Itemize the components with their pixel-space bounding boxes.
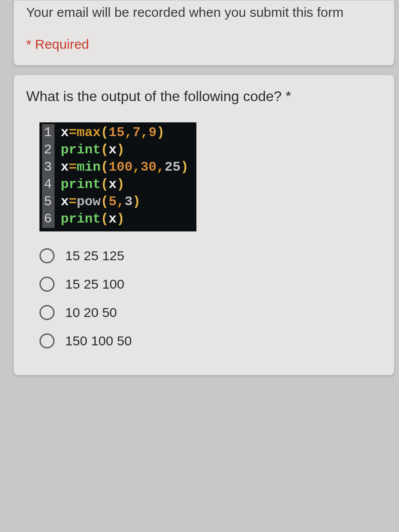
email-notice: Your email will be recorded when you sub… xyxy=(26,5,382,20)
form-header-card: Your email will be recorded when you sub… xyxy=(13,0,395,66)
option-1[interactable]: 15 25 125 xyxy=(39,248,382,263)
option-label: 150 100 50 xyxy=(65,333,132,348)
option-label: 15 25 100 xyxy=(65,277,124,292)
code-block: 1x=max(15,7,9) 2print(x) 3x=min(100,30,2… xyxy=(39,122,196,231)
question-prompt: What is the output of the following code… xyxy=(26,88,382,105)
radio-icon[interactable] xyxy=(39,305,55,320)
option-label: 10 20 50 xyxy=(65,305,117,320)
question-card: What is the output of the following code… xyxy=(13,74,395,376)
option-2[interactable]: 15 25 100 xyxy=(39,277,382,292)
radio-icon[interactable] xyxy=(39,277,55,292)
code-line: 2print(x) xyxy=(42,141,188,159)
radio-icon[interactable] xyxy=(39,248,55,263)
code-line: 3x=min(100,30,25) xyxy=(42,159,188,176)
code-line: 4print(x) xyxy=(42,176,188,193)
required-indicator: * Required xyxy=(26,37,382,52)
options-group: 15 25 125 15 25 100 10 20 50 150 100 50 xyxy=(39,248,382,348)
code-line: 1x=max(15,7,9) xyxy=(42,124,188,141)
code-line: 5x=pow(5,3) xyxy=(42,193,188,211)
option-4[interactable]: 150 100 50 xyxy=(39,333,382,348)
radio-icon[interactable] xyxy=(39,333,55,348)
option-3[interactable]: 10 20 50 xyxy=(39,305,382,320)
code-line: 6print(x) xyxy=(42,211,188,228)
option-label: 15 25 125 xyxy=(65,248,124,263)
